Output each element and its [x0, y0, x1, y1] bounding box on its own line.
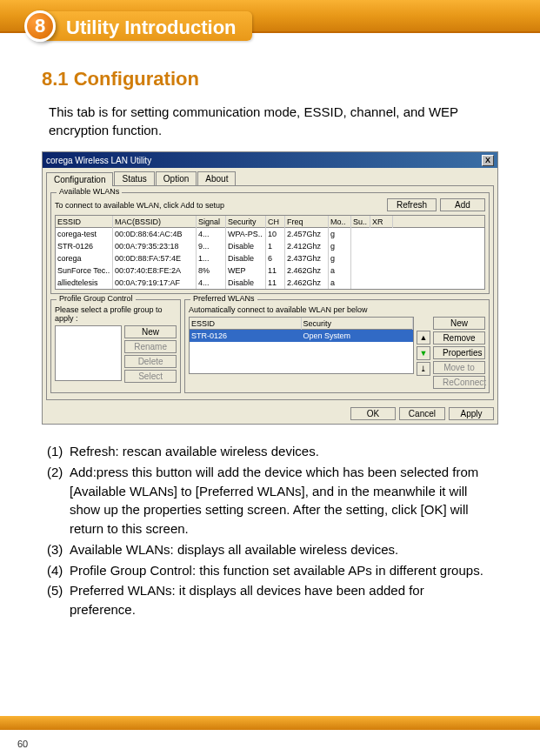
add-button[interactable]: Add	[440, 198, 485, 211]
table-row[interactable]: alliedtelesis00:0A:79:19:17:AF4...Disabl…	[56, 277, 484, 289]
description-item: (3)Available WLANs: displays all availab…	[47, 540, 493, 559]
pw-row-security: Open System	[302, 330, 414, 342]
col-security: Security	[226, 216, 266, 228]
cell-security: WEP	[226, 264, 266, 277]
available-note: To connect to available WLAN, click Add …	[55, 201, 383, 210]
cell-freq: 2.437Ghz	[285, 252, 329, 264]
description-item: (1)Refresh: rescan available wireless de…	[47, 442, 493, 461]
col-signal: Signal	[197, 216, 226, 228]
cell-signal: 1...	[197, 252, 226, 264]
move-down-icon[interactable]: ▼	[417, 346, 430, 360]
preferred-wlans-group: Preferred WLANs Automatically connect to…	[184, 299, 490, 393]
table-row[interactable]: SunForce Tec..00:07:40:E8:FE:2A8%WEP112.…	[56, 264, 484, 277]
item-number: (5)	[47, 581, 70, 619]
cell-mo: a	[329, 277, 351, 289]
refresh-button[interactable]: Refresh	[387, 198, 437, 211]
cancel-button[interactable]: Cancel	[399, 407, 445, 420]
cell-essid: alliedtelesis	[56, 277, 113, 289]
chapter-number-badge: 8	[24, 10, 56, 42]
cell-signal: 8%	[197, 264, 226, 277]
cell-ch: 1	[266, 240, 285, 252]
wlan-utility-dialog: corega Wireless LAN Utility X Configurat…	[42, 151, 498, 425]
description-item: (4)Profile Group Control: this function …	[47, 561, 493, 580]
cell-essid: corega	[56, 252, 113, 264]
col-xr: XR	[370, 216, 393, 228]
table-row[interactable]: corega-test00:0D:88:64:AC:4B4...WPA-PS..…	[56, 228, 484, 240]
item-text: Available WLANs: displays all available …	[70, 540, 493, 559]
footer-bar	[0, 716, 540, 730]
cell-freq: 2.457Ghz	[285, 228, 329, 240]
pw-properties-button[interactable]: Properties	[433, 346, 485, 359]
col-essid: ESSID	[56, 216, 113, 228]
intro-text: This tab is for setting communication mo…	[42, 103, 498, 139]
pw-col-security: Security	[302, 318, 414, 330]
table-row[interactable]: STR-012600:0A:79:35:23:189...Disable12.4…	[56, 240, 484, 252]
pgc-new-button[interactable]: New	[124, 325, 177, 338]
chapter-title: Utility Introduction	[42, 11, 252, 41]
cell-ch: 10	[266, 228, 285, 240]
move-end-icon[interactable]: ⤓	[417, 362, 430, 376]
cell-mo: g	[329, 252, 351, 264]
cell-essid: corega-test	[56, 228, 113, 240]
chapter-tab: 8 Utility Introduction	[24, 10, 252, 42]
tab-status[interactable]: Status	[114, 171, 154, 185]
item-number: (2)	[47, 463, 70, 539]
pgc-select-button[interactable]: Select	[124, 370, 177, 383]
col-mac: MAC(BSSID)	[113, 216, 197, 228]
item-text: Refresh: rescan available wireless devic…	[70, 442, 493, 461]
tab-configuration[interactable]: Configuration	[46, 172, 113, 186]
pgc-list[interactable]	[55, 325, 122, 381]
dialog-titlebar: corega Wireless LAN Utility X	[43, 152, 497, 168]
tab-about[interactable]: About	[197, 171, 236, 185]
pw-note: Automatically connect to available WLAN …	[189, 305, 485, 314]
close-icon[interactable]: X	[482, 155, 494, 166]
cell-signal: 9...	[197, 240, 226, 252]
cell-mac: 00:07:40:E8:FE:2A	[113, 264, 197, 277]
cell-mac: 00:0A:79:35:23:18	[113, 240, 197, 252]
item-text: Preferred WLANs: it displays all devices…	[70, 581, 493, 619]
col-ch: CH	[266, 216, 285, 228]
pw-reconnect-button[interactable]: ReConnect	[433, 376, 485, 389]
cell-ch: 11	[266, 264, 285, 277]
pgc-delete-button[interactable]: Delete	[124, 355, 177, 368]
pw-label: Preferred WLANs	[190, 294, 257, 303]
dialog-tabs: Configuration Status Option About	[43, 168, 497, 185]
dialog-panel: Available WLANs To connect to available …	[46, 185, 494, 400]
description-list: (1)Refresh: rescan available wireless de…	[42, 442, 498, 619]
cell-mo: g	[329, 228, 351, 240]
pw-row-essid: STR-0126	[190, 330, 302, 342]
table-row[interactable]: corega00:0D:88:FA:57:4E1...Disable62.437…	[56, 252, 484, 264]
description-item: (5)Preferred WLANs: it displays all devi…	[47, 581, 493, 619]
cell-security: WPA-PS..	[226, 228, 266, 240]
pgc-rename-button[interactable]: Rename	[124, 340, 177, 353]
profile-group-control: Profile Group Control Please select a pr…	[50, 299, 181, 393]
item-number: (1)	[47, 442, 70, 461]
cell-freq: 2.462Ghz	[285, 277, 329, 289]
pgc-note: Please select a profile group to apply :	[55, 305, 177, 323]
description-item: (2)Add:press this button will add the de…	[47, 463, 493, 539]
cell-mac: 00:0A:79:19:17:AF	[113, 277, 197, 289]
dialog-title: corega Wireless LAN Utility	[46, 156, 151, 165]
item-number: (4)	[47, 561, 70, 580]
pw-moveto-button[interactable]: Move to	[433, 361, 485, 374]
pw-row[interactable]: STR-0126 Open System	[190, 330, 413, 342]
pw-new-button[interactable]: New	[433, 317, 485, 330]
pgc-label: Profile Group Control	[57, 294, 136, 303]
cell-essid: STR-0126	[56, 240, 113, 252]
available-wlans-label: Available WLANs	[57, 187, 122, 196]
table-header: ESSID MAC(BSSID) Signal Security CH Freq…	[56, 216, 484, 228]
preferred-wlans-table[interactable]: ESSID Security STR-0126 Open System	[189, 317, 414, 374]
cell-signal: 4...	[197, 277, 226, 289]
cell-mo: a	[329, 264, 351, 277]
tab-option[interactable]: Option	[156, 171, 197, 185]
cell-essid: SunForce Tec..	[56, 264, 113, 277]
apply-button[interactable]: Apply	[449, 407, 494, 420]
ok-button[interactable]: OK	[350, 407, 396, 420]
cell-security: Disable	[226, 252, 266, 264]
move-up-icon[interactable]: ▲	[417, 331, 430, 345]
cell-freq: 2.412Ghz	[285, 240, 329, 252]
pw-remove-button[interactable]: Remove	[433, 331, 485, 345]
available-wlans-table[interactable]: ESSID MAC(BSSID) Signal Security CH Freq…	[55, 215, 485, 290]
item-text: Profile Group Control: this function set…	[70, 561, 493, 580]
cell-mo: g	[329, 240, 351, 252]
